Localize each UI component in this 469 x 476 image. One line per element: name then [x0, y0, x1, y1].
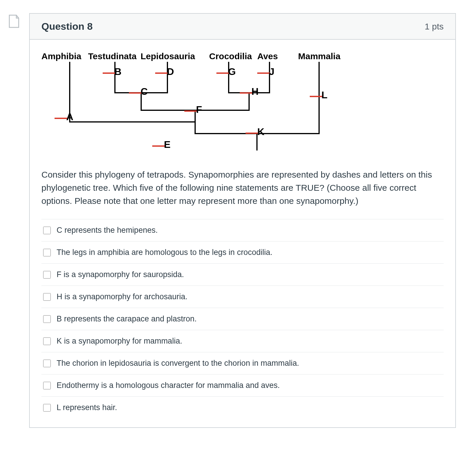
taxon-mammalia: Mammalia	[298, 51, 340, 61]
answer-text: The legs in amphibia are homologous to t…	[57, 248, 272, 257]
mark-B: —B	[103, 66, 122, 77]
answer-checkbox[interactable]	[43, 271, 51, 279]
answer-checkbox[interactable]	[43, 404, 51, 412]
answer-checkbox[interactable]	[43, 293, 51, 301]
mark-A: —A	[55, 111, 74, 123]
answer-option[interactable]: The chorion in lepidosauria is convergen…	[41, 352, 444, 374]
answer-text: The chorion in lepidosauria is convergen…	[57, 359, 299, 368]
answer-option[interactable]: F is a synapomorphy for sauropsida.	[41, 263, 444, 286]
question-header: Question 8 1 pts	[30, 14, 455, 40]
answer-text: H is a synapomorphy for archosauria.	[57, 292, 188, 301]
answer-checkbox[interactable]	[43, 227, 51, 234]
mark-C: —C	[129, 86, 148, 97]
taxon-aves: Aves	[257, 51, 278, 61]
taxon-testudinata: Testudinata	[88, 51, 136, 61]
taxon-crocodilia: Crocodilia	[209, 51, 252, 61]
answer-checkbox[interactable]	[43, 249, 51, 256]
answer-text: C represents the hemipenes.	[57, 226, 158, 235]
mark-H: —H	[240, 86, 259, 97]
answer-option[interactable]: Endothermy is a homologous character for…	[41, 374, 444, 396]
answer-text: Endothermy is a homologous character for…	[57, 381, 280, 390]
mark-D: —D	[155, 66, 174, 77]
taxon-lepidosauria: Lepidosauria	[141, 51, 195, 61]
question-card: Question 8 1 pts Amphibia Testudinata Le…	[29, 13, 456, 428]
answer-text: L represents hair.	[57, 403, 117, 412]
answer-option[interactable]: H is a synapomorphy for archosauria.	[41, 286, 444, 308]
mark-J: —J	[257, 66, 274, 77]
answer-checkbox[interactable]	[43, 315, 51, 323]
question-prompt: Consider this phylogeny of tetrapods. Sy…	[41, 168, 444, 207]
page-flag-icon	[8, 14, 20, 29]
question-body: Amphibia Testudinata Lepidosauria Crocod…	[30, 40, 455, 427]
answer-option[interactable]: The legs in amphibia are homologous to t…	[41, 241, 444, 263]
mark-K: —K	[246, 126, 265, 137]
answer-option[interactable]: K is a synapomorphy for mammalia.	[41, 330, 444, 352]
answer-option[interactable]: L represents hair.	[41, 396, 444, 419]
answer-option[interactable]: C represents the hemipenes.	[41, 219, 444, 241]
answer-checkbox[interactable]	[43, 382, 51, 389]
mark-E: —E	[152, 139, 171, 150]
taxon-amphibia: Amphibia	[41, 51, 81, 61]
question-title: Question 8	[41, 21, 93, 32]
answer-checkbox[interactable]	[43, 360, 51, 367]
mark-F: —F	[184, 104, 202, 115]
answer-text: B represents the carapace and plastron.	[57, 314, 197, 323]
answer-option[interactable]: B represents the carapace and plastron.	[41, 308, 444, 330]
phylogeny-diagram: Amphibia Testudinata Lepidosauria Crocod…	[41, 51, 368, 159]
mark-G: —G	[216, 66, 236, 77]
question-points: 1 pts	[425, 22, 444, 32]
answer-text: K is a synapomorphy for mammalia.	[57, 337, 182, 346]
answer-text: F is a synapomorphy for sauropsida.	[57, 270, 184, 279]
answer-checkbox[interactable]	[43, 337, 51, 345]
mark-L: —L	[310, 89, 328, 101]
